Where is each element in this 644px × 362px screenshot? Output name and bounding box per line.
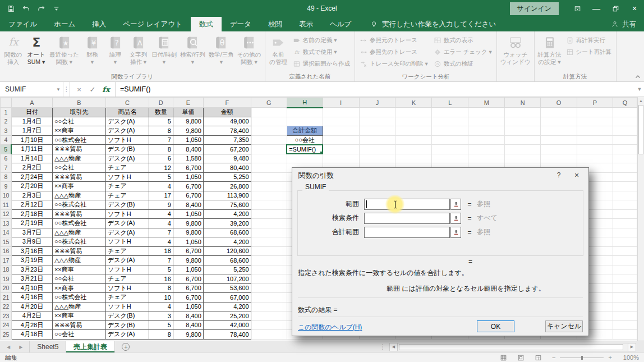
cell-Q7[interactable] — [613, 163, 637, 173]
sheet-nav-right-icon[interactable]: ▶ — [19, 345, 22, 350]
cell-B12[interactable]: ※※※貿易 — [52, 209, 105, 219]
cell-A6[interactable]: 1月14日 — [11, 154, 52, 163]
cell-H2[interactable] — [287, 117, 323, 126]
cell-F3[interactable]: 78,400 — [203, 126, 251, 136]
name-box[interactable]: SUMIF — [0, 82, 54, 97]
cell-G10[interactable] — [251, 191, 287, 200]
cell-D19[interactable]: 16 — [149, 274, 173, 284]
cell-G2[interactable] — [251, 117, 287, 126]
cell-A24[interactable]: 4月28日 — [11, 320, 52, 330]
cell-B24[interactable]: ※※※貿易 — [52, 320, 105, 330]
sheet-tab-売上集計表[interactable]: 売上集計表 — [66, 341, 115, 352]
cell-F17[interactable]: 68,600 — [203, 256, 251, 265]
cell-J5[interactable] — [359, 145, 395, 154]
row-header-11[interactable]: 11 — [1, 200, 12, 210]
row-header-9[interactable]: 9 — [1, 182, 12, 191]
share-button[interactable]: 共有 — [611, 17, 636, 31]
cell-F15[interactable]: 4,200 — [203, 237, 251, 247]
scroll-right-icon[interactable]: ▶ — [628, 343, 636, 351]
cell-C12[interactable]: ソフトH — [105, 209, 149, 219]
cell-G15[interactable] — [251, 237, 287, 247]
name-manager-button[interactable]: 名前の管理 — [267, 33, 290, 72]
cell-D4[interactable]: 7 — [149, 135, 173, 145]
cell-F14[interactable]: 68,600 — [203, 228, 251, 237]
cell-B13[interactable]: ○○株式会社 — [52, 219, 105, 228]
cell-A3[interactable]: 1月7日 — [11, 126, 52, 136]
vertical-scroll-thumb[interactable] — [638, 105, 643, 154]
zoom-level[interactable]: 100% — [623, 354, 639, 361]
cell-C15[interactable]: ソフトH — [105, 237, 149, 247]
cell-Q5[interactable] — [613, 145, 637, 154]
cell-I5[interactable] — [323, 145, 359, 154]
cell-A2[interactable]: 1月4日 — [11, 117, 52, 126]
cell-M4[interactable] — [468, 135, 505, 145]
formula-bar-splitter[interactable]: ⋮ — [63, 82, 70, 97]
cell-C10[interactable]: チェア — [105, 191, 149, 200]
cell-C3[interactable]: デスク(A) — [105, 126, 149, 136]
ok-button[interactable]: OK — [477, 320, 514, 332]
row-header-25[interactable]: 25 — [1, 330, 12, 340]
column-header-N[interactable]: N — [505, 98, 541, 108]
cell-E22[interactable]: 1,050 — [173, 302, 203, 311]
cell-O2[interactable] — [541, 117, 577, 126]
cell-B15[interactable]: ○○株式会社 — [52, 237, 105, 247]
cell-E12[interactable]: 1,050 — [173, 209, 203, 219]
cell-M1[interactable] — [468, 108, 505, 117]
cell-O6[interactable] — [541, 154, 577, 163]
show-formulas-button[interactable]: fx数式の表示 — [431, 34, 495, 46]
cell-D15[interactable]: 4 — [149, 237, 173, 247]
minimize-button[interactable]: — — [587, 0, 606, 17]
cell-F6[interactable]: 9,480 — [203, 154, 251, 163]
cell-N4[interactable] — [505, 135, 541, 145]
create-from-selection-button[interactable]: 選択範囲から作成 — [290, 58, 353, 70]
row-header-10[interactable]: 10 — [1, 191, 12, 200]
math-trig-button[interactable]: θ数学/三角▾ — [207, 33, 236, 72]
cell-A16[interactable]: 3月16日 — [11, 246, 52, 256]
formula-input[interactable]: =SUMIF() — [116, 82, 635, 97]
cell-Q10[interactable] — [613, 191, 637, 200]
cell-O3[interactable] — [541, 126, 577, 136]
cell-F25[interactable]: 78,400 — [203, 330, 251, 340]
row-header-2[interactable]: 2 — [1, 117, 12, 126]
select-all-corner[interactable] — [1, 98, 12, 108]
cell-E7[interactable]: 6,700 — [173, 163, 203, 173]
cell-G5[interactable] — [251, 145, 287, 154]
cell-K5[interactable] — [395, 145, 432, 154]
cell-C8[interactable]: ソフトH — [105, 172, 149, 182]
cell-F13[interactable]: 39,200 — [203, 219, 251, 228]
cell-E13[interactable]: 9,800 — [173, 219, 203, 228]
cell-F16[interactable]: 120,600 — [203, 246, 251, 256]
cell-C21[interactable]: チェア — [105, 293, 149, 303]
cell-D11[interactable]: 9 — [149, 200, 173, 210]
cell-Q22[interactable] — [613, 302, 637, 311]
define-name-button[interactable]: 名前の定義 ▾ — [290, 34, 353, 46]
cell-E25[interactable]: 9,800 — [173, 330, 203, 340]
cell-L2[interactable] — [432, 117, 468, 126]
cell-F24[interactable]: 42,000 — [203, 320, 251, 330]
cell-D25[interactable]: 8 — [149, 330, 173, 340]
column-header-I[interactable]: I — [323, 98, 359, 108]
argument-input-範囲[interactable] — [364, 199, 450, 210]
cell-C20[interactable]: ソフトH — [105, 283, 149, 293]
cell-N5[interactable] — [505, 145, 541, 154]
cell-C5[interactable]: デスク(B) — [105, 145, 149, 154]
zoom-out-icon[interactable]: − — [552, 354, 555, 361]
dialog-title[interactable]: 関数の引数 — [292, 168, 588, 184]
cell-A7[interactable]: 2月2日 — [11, 163, 52, 173]
cell-D20[interactable]: 8 — [149, 283, 173, 293]
cell-C23[interactable]: デスク(B) — [105, 311, 149, 321]
cell-Q21[interactable] — [613, 293, 637, 303]
row-header-1[interactable]: 1 — [1, 108, 12, 117]
cell-P2[interactable] — [577, 117, 613, 126]
cell-B22[interactable]: △△△物産 — [52, 302, 105, 311]
cell-G21[interactable] — [251, 293, 287, 303]
cell-B14[interactable]: △△△物産 — [52, 228, 105, 237]
cell-A12[interactable]: 2月18日 — [11, 209, 52, 219]
row-header-13[interactable]: 13 — [1, 219, 12, 228]
new-sheet-button[interactable]: + — [122, 341, 130, 352]
cell-F22[interactable]: 4,200 — [203, 302, 251, 311]
cell-A11[interactable]: 2月12日 — [11, 200, 52, 210]
column-header-O[interactable]: O — [541, 98, 577, 108]
cell-K4[interactable] — [395, 135, 432, 145]
cell-D22[interactable]: 4 — [149, 302, 173, 311]
